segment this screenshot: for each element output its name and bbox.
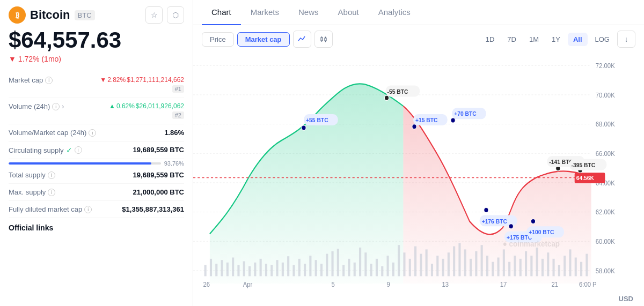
volume-value-group: ▲0.62% $26,011,926,062 #2: [109, 102, 184, 120]
circ-supply-info-icon[interactable]: i: [75, 146, 82, 154]
svg-rect-77: [508, 262, 510, 277]
market-cap-button[interactable]: Market cap: [237, 32, 290, 47]
svg-rect-47: [342, 265, 345, 276]
btc-logo: ₿: [9, 6, 26, 24]
share-button[interactable]: ⬡: [167, 6, 184, 24]
svg-rect-34: [270, 265, 273, 276]
svg-point-110: [509, 224, 513, 229]
circ-supply-bar: [9, 162, 161, 165]
volume-rank: #2: [172, 111, 184, 119]
chart-controls: Price Market cap 1D 7D 1M: [193, 25, 644, 53]
official-links-heading: Official links: [9, 218, 184, 234]
svg-text:-395 BTC: -395 BTC: [572, 161, 596, 168]
svg-text:6:00 P: 6:00 P: [579, 281, 597, 289]
max-supply-label-group: Max. supply i: [9, 188, 55, 196]
chart-right-controls: 1D 7D 1M 1Y All LOG ↓: [480, 31, 635, 48]
svg-rect-41: [309, 256, 311, 276]
price-chart-svg: 72.00K 70.00K 68.00K 66.00K 64.00K 62.00…: [193, 53, 635, 290]
fdmc-label: Fully diluted market cap: [9, 205, 82, 213]
tab-chart[interactable]: Chart: [202, 0, 241, 25]
time-1m-button[interactable]: 1M: [524, 33, 544, 46]
fdmc-value: $1,355,887,313,361: [122, 205, 184, 213]
svg-rect-89: [575, 258, 577, 277]
tab-markets[interactable]: Markets: [241, 0, 289, 25]
volume-label: Volume (24h): [9, 102, 50, 110]
tab-about[interactable]: About: [328, 0, 369, 25]
download-button[interactable]: ↓: [617, 31, 635, 48]
svg-rect-59: [409, 259, 411, 277]
svg-rect-73: [486, 256, 488, 276]
svg-rect-85: [553, 259, 555, 277]
svg-point-113: [531, 219, 535, 223]
svg-rect-62: [426, 249, 428, 276]
svg-rect-76: [503, 249, 505, 276]
tab-news[interactable]: News: [289, 0, 328, 25]
circ-supply-progress: 93.76%: [9, 160, 184, 167]
volume-label-group: Volume (24h) i ›: [9, 102, 64, 110]
vol-mkt-cap-info-icon[interactable]: i: [89, 129, 96, 137]
svg-rect-64: [436, 256, 438, 276]
svg-rect-68: [458, 243, 460, 277]
svg-rect-63: [431, 264, 433, 276]
vol-mkt-cap-label: Volume/Market cap (24h): [9, 129, 86, 137]
svg-rect-55: [387, 256, 389, 276]
circ-supply-value: 19,689,559 BTC: [133, 146, 184, 154]
svg-rect-56: [392, 263, 394, 277]
svg-rect-44: [326, 254, 328, 277]
volume-info-icon[interactable]: i: [52, 103, 60, 110]
price-button[interactable]: Price: [202, 32, 234, 47]
svg-text:● coinmarketcap: ● coinmarketcap: [503, 239, 560, 248]
market-cap-rank: #1: [172, 85, 184, 93]
svg-rect-66: [448, 252, 450, 276]
svg-text:62.00K: 62.00K: [596, 208, 615, 217]
total-supply-info-icon[interactable]: i: [48, 171, 55, 179]
svg-rect-67: [453, 247, 455, 277]
fdmc-info-icon[interactable]: i: [84, 206, 92, 213]
svg-rect-74: [492, 262, 494, 277]
vol-mkt-cap-label-group: Volume/Market cap (24h) i: [9, 129, 96, 137]
tab-analytics[interactable]: Analytics: [369, 0, 420, 25]
svg-rect-72: [481, 245, 483, 276]
time-1y-button[interactable]: 1Y: [546, 33, 566, 46]
svg-point-98: [384, 95, 389, 100]
price-change-arrow: ▼: [9, 55, 16, 63]
svg-rect-0: [321, 38, 323, 41]
market-cap-info-icon[interactable]: i: [45, 77, 53, 84]
candlestick-chart-icon[interactable]: [314, 31, 333, 48]
time-1d-button[interactable]: 1D: [480, 33, 500, 46]
svg-point-107: [484, 207, 488, 212]
max-supply-row: Max. supply i 21,000,000 BTC: [9, 184, 184, 201]
circ-supply-bar-fill: [9, 162, 151, 165]
line-chart-icon[interactable]: [293, 31, 311, 48]
svg-text:26: 26: [203, 281, 210, 289]
max-supply-info-icon[interactable]: i: [48, 189, 55, 196]
svg-rect-38: [292, 265, 295, 276]
watchlist-button[interactable]: ☆: [145, 6, 163, 24]
svg-rect-45: [332, 251, 334, 277]
volume-value: $26,011,926,062: [136, 102, 184, 110]
svg-rect-40: [304, 264, 306, 276]
svg-rect-42: [315, 260, 317, 276]
svg-rect-32: [260, 259, 262, 277]
svg-text:17: 17: [500, 281, 507, 289]
svg-rect-39: [298, 259, 301, 277]
time-7d-button[interactable]: 7D: [502, 33, 522, 46]
time-all-button[interactable]: All: [568, 33, 588, 46]
log-button[interactable]: LOG: [590, 33, 615, 46]
circ-supply-label: Circulating supply: [9, 146, 64, 154]
circ-supply-check-icon: ✓: [66, 146, 72, 154]
svg-rect-80: [525, 251, 527, 277]
svg-rect-35: [276, 260, 279, 276]
market-cap-value-group: ▼2.82% $1,271,111,214,662 #1: [100, 76, 184, 93]
volume-expand-icon[interactable]: ›: [62, 103, 64, 110]
svg-rect-70: [470, 259, 472, 277]
svg-text:5: 5: [332, 281, 335, 289]
chart-tabs: Chart Markets News About Analytics: [193, 0, 644, 25]
svg-rect-86: [558, 265, 560, 276]
svg-rect-84: [547, 252, 549, 276]
vol-mkt-cap-value: 1.86%: [164, 129, 184, 137]
circ-supply-pct: 93.76%: [164, 160, 184, 167]
svg-rect-52: [370, 264, 372, 276]
market-cap-value: $1,271,111,214,662: [127, 76, 184, 84]
chart-area: 72.00K 70.00K 68.00K 66.00K 64.00K 62.00…: [193, 53, 644, 306]
